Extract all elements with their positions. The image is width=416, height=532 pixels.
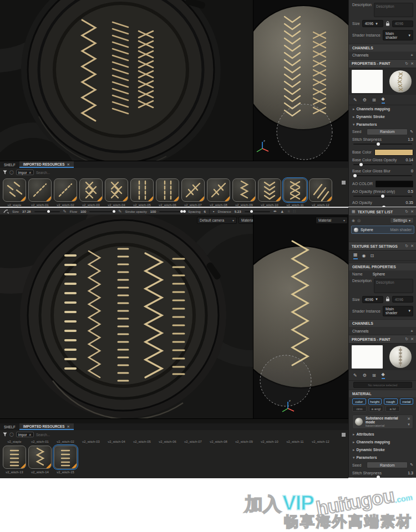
expand-tab-icon[interactable]: ⊡ xyxy=(371,253,374,259)
material-sphere-preview-2[interactable] xyxy=(389,346,412,368)
channel-toggle-button-secondary[interactable]: nrm xyxy=(352,406,367,412)
size-slider[interactable] xyxy=(34,211,60,212)
general-tab-icon[interactable]: ▦ xyxy=(353,252,358,259)
resource-thumbnail[interactable]: v2_stitch-01 xyxy=(28,178,52,207)
tab-shelf-2[interactable]: SHELF xyxy=(0,423,19,430)
wave-sync-icon[interactable]: ≈ xyxy=(287,209,290,214)
expand-material-icon[interactable]: ▾ xyxy=(408,422,410,427)
close-icon-2[interactable]: ✕ xyxy=(410,244,414,248)
alpha-preview-2[interactable] xyxy=(352,345,383,369)
search-input[interactable]: Search... xyxy=(36,171,50,175)
color-filter-icon-2[interactable]: ◯ xyxy=(9,432,14,437)
resource-thumbnail[interactable]: v2_stitch-10 xyxy=(258,178,281,207)
tab-imported-resources[interactable]: IMPORTED RESOURCES✕ xyxy=(19,161,74,168)
shader-instance-select-2[interactable]: Main shader▾ xyxy=(383,306,413,316)
brush-preset-icon[interactable] xyxy=(3,209,9,214)
channel-toggle-button[interactable]: metal xyxy=(400,398,414,405)
close-icon[interactable]: ✕ xyxy=(410,62,414,66)
viewport-3d-detail-2[interactable]: Material▾ z xyxy=(253,214,348,418)
camera-select[interactable]: Default camera▾ xyxy=(197,217,237,224)
seed-random-button-2[interactable]: Random xyxy=(367,462,408,468)
resource-thumbnail[interactable]: v2_stitch-15 xyxy=(54,446,77,474)
shading-select-right[interactable]: Material▾ xyxy=(316,217,348,224)
material-mode-widget[interactable]: Substance material mode basematerial ✕ ▾ xyxy=(352,415,413,429)
size-select-2[interactable]: 4096▾ xyxy=(362,296,383,303)
param-slider[interactable] xyxy=(353,175,412,176)
section-channels-mapping-2[interactable]: ▸Channels mapping xyxy=(349,438,416,446)
description-field-2[interactable]: Description xyxy=(374,279,413,293)
add-channel-button[interactable]: + xyxy=(410,53,413,58)
channel-toggle-button-secondary[interactable]: a angl xyxy=(369,406,383,412)
viewport-3d-main-2[interactable]: Default camera▾ Material▾ xyxy=(0,214,253,418)
resource-thumbnail[interactable]: v2_stitch-08 xyxy=(207,178,230,207)
material-tool-icon[interactable]: ◆ xyxy=(382,96,385,104)
resource-thumbnail[interactable]: v2_stitch-06 xyxy=(156,178,179,207)
filter-tag-2[interactable]: impor✕ xyxy=(16,432,34,437)
tab-imported-resources-2[interactable]: IMPORTED RESOURCES✕ xyxy=(19,423,74,430)
tab-shelf[interactable]: SHELF xyxy=(0,161,19,168)
channel-toggle-button-secondary[interactable]: a lvl xyxy=(385,406,400,412)
tab-close-icon-2[interactable]: ✕ xyxy=(67,424,70,428)
resource-thumbnail[interactable]: v2_stitch-11 xyxy=(283,178,307,207)
search-input-2[interactable]: Search... xyxy=(36,433,50,437)
filter-tag[interactable]: impor✕ xyxy=(16,170,34,175)
param-slider[interactable] xyxy=(353,477,412,478)
brush-tool-icon-2[interactable]: ✎ xyxy=(353,373,357,379)
viewport-3d-detail-1[interactable]: z xyxy=(253,0,348,161)
shading-select[interactable]: Material▾ xyxy=(239,217,253,224)
viewport-3d-main-1[interactable] xyxy=(0,0,253,161)
align-dot-icon[interactable]: ▪ xyxy=(213,209,215,214)
tag-close-icon-2[interactable]: ✕ xyxy=(29,433,32,437)
visibility-eye-icon-2[interactable]: ◎ xyxy=(357,218,361,223)
shader-instance-select[interactable]: Main shader▾ xyxy=(383,30,413,40)
section-dynamic-stroke-2[interactable]: ▸Dynamic Stroke xyxy=(349,446,416,454)
resource-thumbnail[interactable]: v2_stitch-07 xyxy=(181,178,205,207)
add-channel-button-2[interactable]: + xyxy=(410,329,413,334)
color-swatch[interactable] xyxy=(376,181,413,187)
stamp-tool-icon[interactable]: ⊞ xyxy=(372,98,376,104)
section-dynamic-stroke[interactable]: ▸Dynamic Stroke xyxy=(349,113,416,121)
resource-thumbnail[interactable]: v2_staple xyxy=(3,178,26,207)
thumbnail-size-grip[interactable] xyxy=(342,181,346,185)
resource-thumbnail[interactable]: v2_stitch-03 xyxy=(79,178,103,207)
stroke-opacity-slider[interactable] xyxy=(159,211,185,212)
settings-button[interactable]: Settings▾ xyxy=(390,217,414,223)
resource-thumbnail[interactable]: v2_stitch-13 xyxy=(3,446,26,474)
symmetry-icon[interactable]: ▲ xyxy=(280,209,284,214)
visibility-eye-icon[interactable]: ◉ xyxy=(352,218,355,223)
flow-pressure-icon[interactable]: ✎ xyxy=(118,209,121,214)
color-filter-icon[interactable]: ◯ xyxy=(9,170,14,175)
settings-gear-icon[interactable]: ⚙ xyxy=(363,98,367,104)
edit-pencil-icon[interactable]: ✎ xyxy=(410,130,413,134)
alpha-preview[interactable] xyxy=(352,70,383,93)
lock-icon[interactable] xyxy=(385,21,390,27)
section-parameters[interactable]: ▾Parameters xyxy=(349,121,416,129)
settings-gear-icon-2[interactable]: ⚙ xyxy=(363,373,367,379)
filter-funnel-icon-2[interactable] xyxy=(3,432,7,437)
close-icon[interactable]: ✕ xyxy=(410,209,414,214)
size-select[interactable]: 4096▾ xyxy=(362,20,383,27)
param-slider[interactable] xyxy=(353,164,412,165)
remove-material-icon[interactable]: ✕ xyxy=(407,417,410,421)
thumbnail-size-grip-2[interactable] xyxy=(342,433,346,437)
channel-toggle-button[interactable]: rough xyxy=(384,398,398,405)
param-slider[interactable] xyxy=(353,196,412,197)
refresh-icon[interactable]: ↻ xyxy=(405,209,408,214)
tag-close-icon[interactable]: ✕ xyxy=(29,171,32,175)
resource-thumbnail[interactable]: v2_stitch-12 xyxy=(309,178,332,207)
section-attributes[interactable]: ▸Attributes xyxy=(349,431,416,438)
close-icon-3[interactable]: ✕ xyxy=(410,337,414,341)
resource-thumbnail[interactable]: v2_stitch-09 xyxy=(232,178,256,207)
tab-close-icon[interactable]: ✕ xyxy=(67,162,70,166)
reset-icon[interactable]: ↻ xyxy=(405,62,408,66)
channel-toggle-button[interactable]: color xyxy=(352,398,366,405)
reset-icon-2[interactable]: ↻ xyxy=(405,337,408,341)
resource-thumbnail[interactable]: v2_stitch-14 xyxy=(28,446,52,474)
brush-tool-icon[interactable]: ✎ xyxy=(353,98,357,104)
section-channels-mapping[interactable]: ▸Channels mapping xyxy=(349,105,416,113)
seed-random-button[interactable]: Random xyxy=(367,129,408,135)
color-swatch[interactable] xyxy=(374,149,413,156)
size-pressure-icon[interactable]: ✎ xyxy=(63,209,67,214)
refresh-icon-2[interactable]: ↻ xyxy=(405,244,408,248)
filter-funnel-icon[interactable] xyxy=(3,170,7,175)
